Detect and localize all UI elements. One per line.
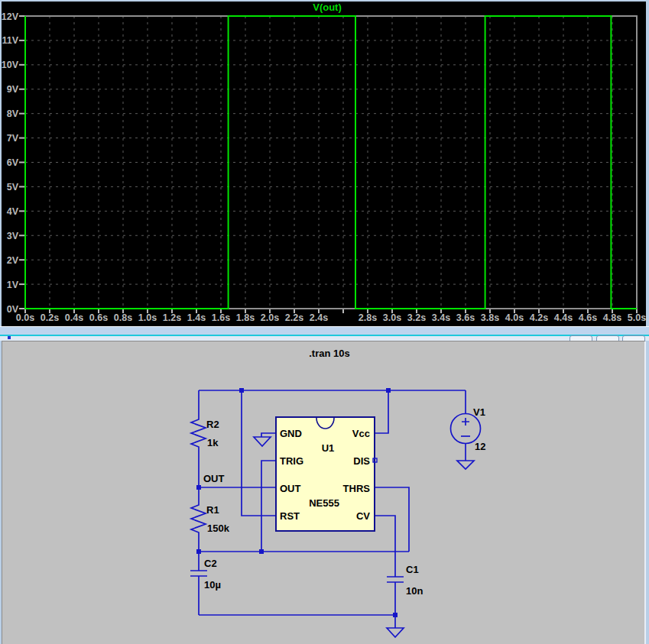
y-axis-tick-label: 4V	[7, 206, 19, 217]
schematic-pane: .tran 10s R2 1k OUT R1 150k GND TRIG OUT…	[0, 341, 649, 644]
r1-refdes[interactable]: R1	[206, 504, 219, 516]
y-axis-tick-label: 10V	[2, 60, 19, 70]
x-axis-tick-label: 4.0s	[505, 312, 524, 323]
chip-refdes[interactable]: U1	[322, 442, 335, 454]
y-axis-tick-label: 9V	[7, 84, 19, 95]
y-axis-tick-label: 3V	[7, 231, 19, 241]
r2-refdes[interactable]: R2	[206, 419, 219, 430]
y-axis-tick-label: 1V	[7, 280, 19, 290]
x-axis-tick-label: 4.2s	[530, 312, 548, 323]
c1-refdes[interactable]: C1	[406, 564, 419, 575]
pin-label-thrs: THRS	[343, 483, 371, 494]
r2-value[interactable]: 1k	[207, 437, 219, 448]
x-axis-tick-label: 0.2s	[41, 312, 59, 323]
plot-background	[2, 2, 646, 326]
x-axis-tick-label: 4.6s	[579, 312, 597, 323]
x-axis-tick-label: 3.0s	[383, 312, 401, 323]
y-axis-tick-label: 2V	[7, 255, 19, 266]
pin-label-vcc: Vcc	[352, 428, 370, 439]
pin-label-trig: TRIG	[280, 455, 303, 467]
spice-directive[interactable]: .tran 10s	[309, 348, 349, 359]
x-axis-tick-label: 0.8s	[114, 312, 132, 323]
y-axis-tick-label: 6V	[7, 157, 19, 168]
x-axis-tick-label: 5.0s	[628, 312, 646, 323]
x-axis-tick-label: 2.4s	[310, 312, 328, 323]
r1-value[interactable]: 150k	[207, 523, 230, 534]
y-axis-tick-label: 11V	[2, 35, 18, 46]
x-axis-tick-label: 1.6s	[212, 312, 230, 323]
y-axis-tick-label: 7V	[7, 133, 19, 144]
x-axis-tick-label: 1.2s	[163, 312, 181, 323]
x-axis-tick-label: 2.0s	[261, 312, 279, 323]
x-axis-tick-label: 2.2s	[285, 312, 303, 323]
pin-label-gnd: GND	[280, 428, 302, 439]
c2-refdes[interactable]: C2	[204, 558, 217, 569]
x-axis-tick-label: 1.8s	[236, 312, 255, 323]
x-axis-tick-label: 0.0s	[16, 312, 34, 323]
v1-refdes[interactable]: V1	[473, 406, 485, 418]
schematic-window-icon	[8, 336, 11, 339]
waveform-pane: 0V1V2V3V4V5V6V7V8V9V10V11V12V 0.0s0.2s0.…	[0, 0, 649, 326]
ic-U1-NE555[interactable]: GND TRIG OUT RST Vcc DIS THRS CV U1 NE55…	[276, 417, 377, 531]
x-axis-tick-label: 1.0s	[138, 312, 157, 323]
x-axis-tick-label: 1.4s	[187, 312, 206, 323]
c1-value[interactable]: 10n	[406, 585, 423, 597]
schematic-right-edge	[644, 341, 646, 644]
c2-value[interactable]: 10µ	[204, 579, 221, 591]
x-axis-tick-label: 3.8s	[481, 312, 499, 323]
y-axis-tick-label: 5V	[7, 182, 19, 193]
trace-legend-label[interactable]: V(out)	[313, 2, 342, 13]
pin-label-cv: CV	[356, 510, 370, 522]
pin-label-out: OUT	[280, 483, 301, 494]
x-axis-tick-label: 2.8s	[359, 312, 377, 323]
x-axis-tick-label: 0.6s	[89, 312, 108, 323]
x-axis-tick-label: 3.2s	[407, 312, 426, 323]
y-axis-tick-label: 8V	[7, 108, 19, 119]
x-axis-tick-label: 3.4s	[432, 312, 450, 323]
x-axis-tick-label: 4.8s	[603, 312, 621, 323]
pin-label-rst: RST	[280, 510, 300, 522]
chip-part-number[interactable]: NE555	[309, 497, 339, 509]
x-axis-tick-label: 0.4s	[65, 312, 83, 323]
x-axis-tick-label: 3.6s	[456, 312, 475, 323]
pin-label-dis: DIS	[353, 455, 370, 467]
pane-separator[interactable]	[0, 327, 649, 335]
x-axis-tick-label: 4.4s	[554, 312, 573, 323]
v1-value[interactable]: 12	[475, 441, 485, 452]
y-axis-tick-label: 12V	[2, 11, 19, 22]
net-label-out[interactable]: OUT	[203, 473, 225, 484]
ltspice-window: { "chart_data": { "type": "line", "title…	[0, 0, 649, 644]
